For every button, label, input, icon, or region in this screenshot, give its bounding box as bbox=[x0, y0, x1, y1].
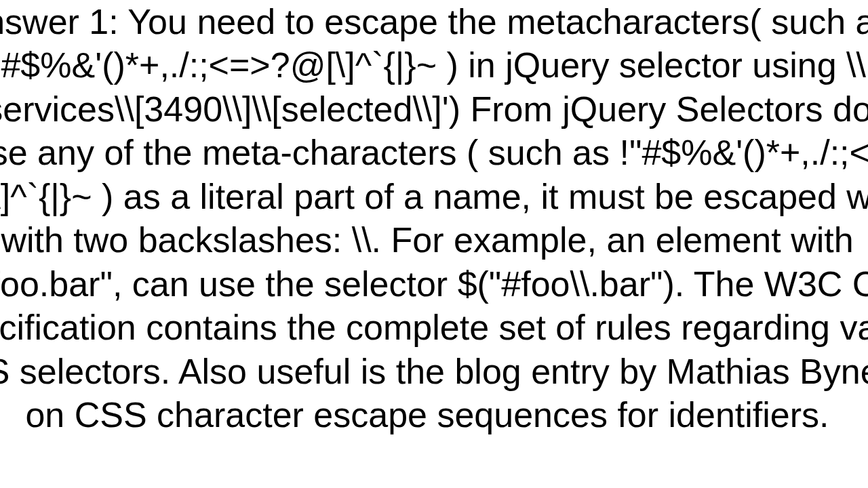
answer-text-block: Answer 1: You need to escape the metacha… bbox=[0, 0, 868, 437]
